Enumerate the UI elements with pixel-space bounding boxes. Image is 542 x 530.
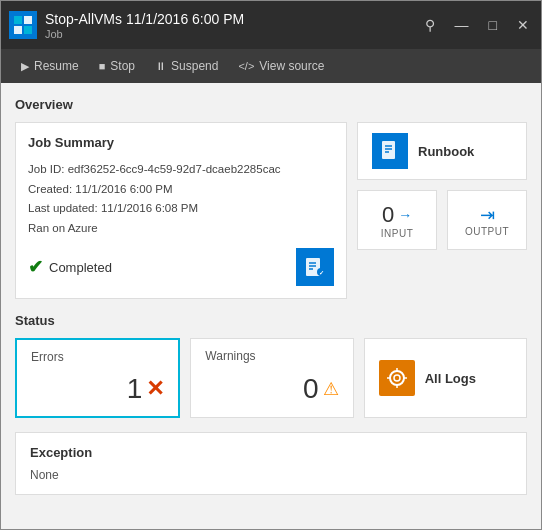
main-window: Stop-AllVMs 11/1/2016 6:00 PM Job ⚲ — □ … [0,0,542,530]
errors-label: Errors [31,350,164,364]
exception-title: Exception [30,445,512,460]
errors-card[interactable]: Errors 1 ✕ [15,338,180,418]
job-created: Created: 11/1/2016 6:00 PM [28,180,334,200]
output-label: Output [465,226,509,237]
warnings-label: Warnings [205,349,338,363]
resume-icon: ▶ [21,60,29,73]
close-button[interactable]: ✕ [513,15,533,35]
status-row: Errors 1 ✕ Warnings 0 ⚠ [15,338,527,418]
window-title: Stop-AllVMs 11/1/2016 6:00 PM [45,10,421,28]
job-summary-card: Job Summary Job ID: edf36252-6cc9-4c59-9… [15,122,347,299]
svg-rect-3 [24,26,32,34]
stop-label: Stop [110,59,135,73]
completed-badge: ✔ Completed [28,256,112,278]
input-count-row: 0 → [382,202,412,228]
input-card[interactable]: 0 → INPUT [357,190,437,250]
job-info-text: Job ID: edf36252-6cc9-4c59-92d7-dcaeb228… [28,160,334,238]
input-label: INPUT [381,228,414,239]
svg-text:✓: ✓ [319,270,324,276]
output-card[interactable]: ⇥ Output [447,190,527,250]
maximize-button[interactable]: □ [485,15,501,35]
completed-row: ✔ Completed ✓ [28,248,334,286]
stop-button[interactable]: ■ Stop [91,55,143,77]
svg-rect-0 [14,16,22,24]
right-cards: Runbook 0 → INPUT ⇥ O [357,122,527,299]
all-logs-card[interactable]: All Logs [364,338,527,418]
overview-section-title: Overview [15,97,527,112]
exception-card: Exception None [15,432,527,495]
input-arrow-icon: → [398,207,412,223]
window-controls: ⚲ — □ ✕ [421,15,533,35]
svg-rect-2 [14,26,22,34]
check-icon: ✔ [28,256,43,278]
input-count: 0 [382,202,394,228]
svg-rect-10 [382,141,395,159]
output-icon-row: ⇥ [480,204,495,226]
errors-count-row: 1 ✕ [31,372,164,406]
window-subtitle: Job [45,28,421,40]
status-label: Completed [49,260,112,275]
title-bar: Stop-AllVMs 11/1/2016 6:00 PM Job ⚲ — □ … [1,1,541,49]
stop-icon: ■ [99,60,106,72]
runbook-icon [372,133,408,169]
job-last-updated: Last updated: 11/1/2016 6:08 PM [28,199,334,219]
job-id: Job ID: edf36252-6cc9-4c59-92d7-dcaeb228… [28,160,334,180]
svg-rect-1 [24,16,32,24]
suspend-label: Suspend [171,59,218,73]
resume-button[interactable]: ▶ Resume [13,55,87,77]
warnings-card[interactable]: Warnings 0 ⚠ [190,338,353,418]
runbook-card[interactable]: Runbook [357,122,527,180]
content-area: Overview Job Summary Job ID: edf36252-6c… [1,83,541,529]
svg-point-15 [394,375,400,381]
output-arrow-icon: ⇥ [480,204,495,226]
warnings-count: 0 [303,373,319,405]
warning-triangle-icon: ⚠ [323,378,339,400]
all-logs-label: All Logs [425,371,476,386]
runbook-label: Runbook [418,144,474,159]
pin-button[interactable]: ⚲ [421,15,439,35]
error-count: 1 [127,373,143,405]
svg-point-14 [390,371,404,385]
exception-value: None [30,468,512,482]
suspend-button[interactable]: ⏸ Suspend [147,55,226,77]
view-source-button[interactable]: </> View source [230,55,332,77]
all-logs-icon [379,360,415,396]
toolbar: ▶ Resume ■ Stop ⏸ Suspend </> View sourc… [1,49,541,83]
suspend-icon: ⏸ [155,60,166,72]
status-section-title: Status [15,313,527,328]
job-ran-on: Ran on Azure [28,219,334,239]
checklist-icon: ✓ [296,248,334,286]
resume-label: Resume [34,59,79,73]
error-x-icon: ✕ [146,376,164,402]
overview-row: Job Summary Job ID: edf36252-6cc9-4c59-9… [15,122,527,299]
view-source-icon: </> [238,60,254,72]
app-icon [9,11,37,39]
job-summary-title: Job Summary [28,135,334,150]
io-row: 0 → INPUT ⇥ Output [357,190,527,250]
minimize-button[interactable]: — [451,15,473,35]
warnings-count-row: 0 ⚠ [205,371,338,407]
title-text-group: Stop-AllVMs 11/1/2016 6:00 PM Job [45,10,421,40]
view-source-label: View source [259,59,324,73]
